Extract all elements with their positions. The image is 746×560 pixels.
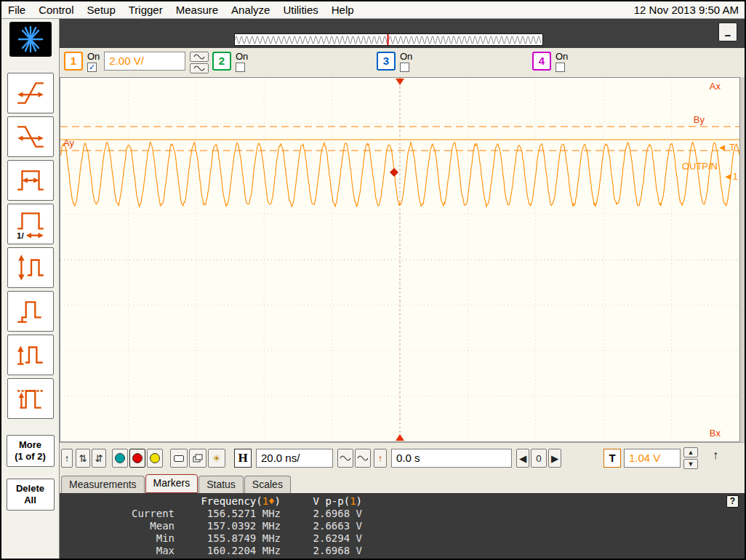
marker-arrow-button[interactable]: ↑ [61,449,73,468]
tab-measurements[interactable]: Measurements [61,476,145,493]
menu-setup[interactable]: Setup [81,3,122,17]
channel-4-on-label: On [556,52,568,62]
menu-measure[interactable]: Measure [169,3,225,17]
goto-trigger-button[interactable]: ↑ [374,449,387,468]
ground-marker-label: 1 [733,171,738,182]
left-arrow-icon: ◄ [718,142,727,153]
position-zero-button[interactable]: 0 [531,449,547,468]
channel-4-group: 4 On [532,52,568,72]
channel-2-group: 2 On [212,52,248,72]
peak-peak-icon [15,252,46,283]
marker-a-color-button[interactable] [112,449,128,468]
results-row-max: Max 160.2204 MHz 2.6968 V [60,545,745,557]
brightness-button[interactable]: ☀ [208,449,225,468]
menu-analyze[interactable]: Analyze [225,3,276,17]
waveform-display[interactable]: Ax By Ay ◄ T OUTP/N ◄1 Bx [60,77,740,442]
menu-file[interactable]: File [1,3,32,17]
trigger-slope-indicator[interactable]: ↑ [713,449,718,462]
stepper-up-button[interactable]: ⇅ [76,449,90,468]
vtop-icon [15,340,46,370]
trigger-level-marker[interactable]: ◄ T [718,142,735,153]
channel-2-on-label: On [236,52,248,62]
trigger-level-down-button[interactable]: ▼ [683,459,698,469]
channel-bar: 1 On ✓ 2.00 V/ [60,48,745,77]
delete-all-label: All [24,495,36,505]
trigger-level-input[interactable]: 1.04 V [624,449,681,468]
results-row-mean: Mean 157.0392 MHz 2.6663 V [60,520,745,532]
channel-2-checkbox[interactable] [236,63,245,72]
menu-trigger[interactable]: Trigger [122,3,169,17]
channel-2-button[interactable]: 2 [212,52,231,71]
fall-time-icon [15,121,46,152]
display-settings-button[interactable] [170,449,188,468]
channel-3-checkbox[interactable] [400,63,409,72]
measure-period-button[interactable]: 1/ [7,204,54,244]
menu-help[interactable]: Help [325,3,361,17]
channel-1-button[interactable]: 1 [64,52,83,71]
display-icon [174,455,184,462]
sine-icon [357,455,369,461]
zoom-window-button[interactable] [355,449,371,468]
more-label: More [19,439,41,450]
left-arrow-icon: ◄ [723,171,733,182]
measurement-results-panel: Frequency(1♦) V p-p(1) Current 156.5271 … [60,493,745,559]
menu-bar: File Control Setup Trigger Measure Analy… [1,1,745,19]
position-right-button[interactable]: ▶ [548,449,561,468]
channel-4-button[interactable]: 4 [532,52,551,71]
marker-bx-label[interactable]: Bx [710,428,721,439]
sine-icon [340,455,351,461]
marker-ay-label[interactable]: Ay [63,137,74,148]
datetime-display: 12 Nov 2013 9:50 AM [634,4,745,16]
measure-vpp-button[interactable] [7,247,54,288]
status-bar: Acquisition is stopped. 20.0 GSa/s 4.00 … [60,19,745,48]
trigger-level-up-button[interactable]: ▲ [683,447,698,457]
results-tabs: Measurements Markers Status Scales [60,474,745,493]
channel-3-group: 3 On [377,52,412,72]
trigger-t-label: T [603,449,621,468]
teal-circle-icon [115,453,125,463]
tab-scales[interactable]: Scales [244,476,291,493]
measure-pulse-width-button[interactable] [7,160,54,201]
menu-utilities[interactable]: Utilities [276,3,324,17]
delete-all-button[interactable]: Delete All [7,479,55,511]
measure-vtop-button[interactable] [7,335,54,375]
marker-b-color-button[interactable] [129,449,145,468]
svg-text:1/: 1/ [17,231,24,239]
channel-1-checkbox[interactable]: ✓ [87,63,97,72]
agilent-logo [9,22,52,57]
measure-fall-time-button[interactable] [7,116,54,157]
period-icon: 1/ [15,209,46,239]
timebase-input[interactable]: 20.0 ns/ [256,449,333,468]
measure-rise-time-button[interactable] [7,73,54,113]
marker-c-color-button[interactable] [147,449,163,468]
channel-1-scale-up-button[interactable] [190,52,209,62]
tab-status[interactable]: Status [198,476,244,493]
channel-1-scale-down-button[interactable] [190,63,209,73]
measure-vbase-button[interactable] [7,291,54,332]
channel-3-button[interactable]: 3 [377,52,396,71]
channel-4-checkbox[interactable] [556,63,565,72]
pulse-width-icon [15,165,46,196]
layers-button[interactable] [189,449,206,468]
horizontal-position-input[interactable]: 0.0 s [391,449,512,468]
help-button[interactable]: ? [726,495,739,508]
menu-control[interactable]: Control [32,3,80,17]
zoom-waveform-button[interactable] [337,449,353,468]
more-measurements-button[interactable]: More (1 of 2) [7,435,55,467]
position-left-button[interactable]: ◀ [516,449,529,468]
marker-ax-label[interactable]: Ax [710,81,721,92]
tab-markers[interactable]: Markers [145,474,198,493]
waveform-preview-strip[interactable] [234,33,543,46]
sine-icon [193,54,205,60]
overshoot-icon [15,383,46,414]
stepper-down-button[interactable]: ⇵ [92,449,106,468]
starburst-icon [15,25,47,54]
measure-overshoot-button[interactable] [7,378,54,419]
channel-1-scale-input[interactable]: 2.00 V/ [104,52,185,71]
rise-time-icon [15,78,46,108]
channel-3-on-label: On [400,52,412,62]
channel-1-ground-marker[interactable]: ◄1 [723,171,738,182]
minimize-button[interactable]: − [718,23,737,41]
frequency-column-header: Frequency(1♦) [175,495,281,508]
marker-by-label[interactable]: By [694,114,705,125]
